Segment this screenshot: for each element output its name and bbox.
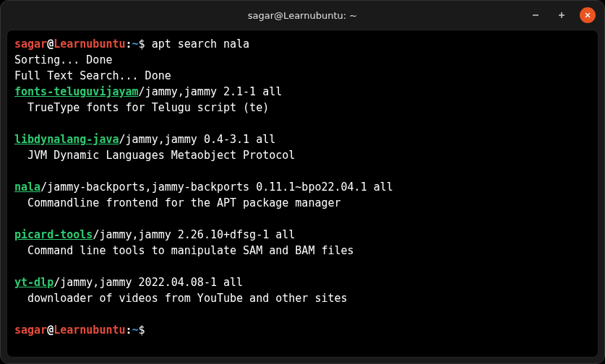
output-sorting: Sorting... Done <box>14 53 112 66</box>
package-name: nala <box>14 181 40 194</box>
minimize-icon <box>532 12 539 19</box>
terminal-body[interactable]: sagar@Learnubuntu:~$ apt search nala Sor… <box>7 30 598 358</box>
prompt-colon: : <box>126 38 132 51</box>
terminal-window: sagar@Learnubuntu: ~ sagar@Learnubuntu:~… <box>0 0 605 364</box>
package-info: /jammy,jammy 0.4-3.1 all <box>119 133 276 146</box>
package-info: /jammy-backports,jammy-backports 0.11.1~… <box>40 181 393 194</box>
window-title: sagar@Learnubuntu: ~ <box>248 10 357 21</box>
package-name: yt-dlp <box>14 276 53 289</box>
package-info: /jammy,jammy 2.1-1 all <box>139 85 283 98</box>
maximize-icon <box>558 12 565 19</box>
prompt-path: ~ <box>132 38 139 51</box>
close-icon <box>584 12 591 19</box>
terminal-content: sagar@Learnubuntu:~$ apt search nala Sor… <box>14 36 591 338</box>
prompt-path: ~ <box>132 324 139 337</box>
close-button[interactable] <box>580 7 596 23</box>
prompt-colon: : <box>126 324 132 337</box>
prompt-at: @ <box>47 38 53 51</box>
output-fulltext: Full Text Search... Done <box>14 69 171 82</box>
package-desc: downloader of videos from YouTube and ot… <box>14 292 348 305</box>
window-controls <box>528 7 596 23</box>
package-info: /jammy,jammy 2.26.10+dfsg-1 all <box>93 228 295 241</box>
command-text: apt search nala <box>145 38 250 51</box>
prompt-host: Learnubuntu <box>53 324 125 337</box>
package-info: /jammy,jammy 2022.04.08-1 all <box>53 276 243 289</box>
package-name: picard-tools <box>14 228 93 241</box>
package-name: fonts-teluguvijayam <box>14 85 139 98</box>
package-name: libdynalang-java <box>14 133 119 146</box>
prompt-dollar: $ <box>139 324 145 337</box>
prompt-host: Learnubuntu <box>53 38 125 51</box>
package-desc: Command line tools to manipulate SAM and… <box>14 244 354 257</box>
prompt-dollar: $ <box>139 38 145 51</box>
package-desc: TrueType fonts for Telugu script (te) <box>14 101 269 114</box>
package-desc: JVM Dynamic Languages Metaobject Protoco… <box>14 149 295 162</box>
prompt-user: sagar <box>14 324 47 337</box>
prompt-user: sagar <box>14 38 47 51</box>
prompt-at: @ <box>47 324 53 337</box>
package-desc: Commandline frontend for the APT package… <box>14 196 341 209</box>
maximize-button[interactable] <box>554 7 570 23</box>
minimize-button[interactable] <box>528 7 544 23</box>
titlebar: sagar@Learnubuntu: ~ <box>1 1 604 30</box>
